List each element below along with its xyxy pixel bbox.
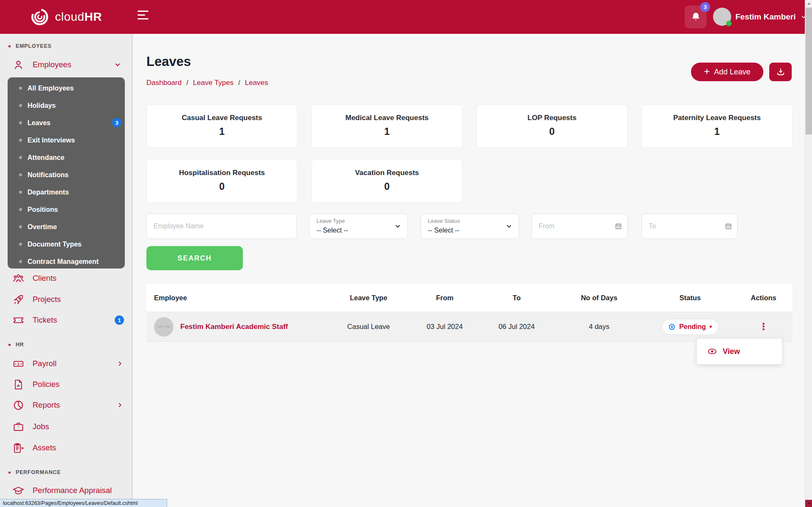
bullet-icon — [19, 260, 22, 263]
sidebar-item-performance-appraisal[interactable]: Performance Appraisal — [0, 480, 132, 501]
stat-card-casual: Casual Leave Requests1 — [146, 104, 297, 148]
brand-name: cloudHR — [55, 10, 102, 24]
table-header-days: No of Days — [553, 294, 646, 302]
breadcrumb-separator: / — [238, 79, 240, 87]
bell-icon — [690, 11, 702, 23]
sidebar-item-payroll[interactable]: 1 Payroll — [0, 353, 132, 374]
sidebar-item-reports[interactable]: Reports — [0, 395, 132, 416]
bullet-icon — [19, 208, 22, 211]
brand-logo[interactable]: cloudHR — [30, 8, 102, 26]
sidebar-item-label: Reports — [33, 400, 60, 410]
user-menu[interactable]: Festim Kamberi — [713, 8, 807, 26]
employee-name-field — [146, 214, 297, 239]
section-label-employees: EMPLOYEES — [8, 43, 52, 49]
notification-badge: 3 — [700, 2, 710, 12]
submenu-item-notifications[interactable]: Notifications — [8, 166, 125, 184]
sidebar-item-tickets[interactable]: Tickets 1 — [0, 310, 132, 331]
submenu-item-departments[interactable]: Departments — [8, 184, 125, 201]
stat-card-value: 0 — [477, 126, 627, 137]
hamburger-menu-icon[interactable] — [138, 11, 149, 20]
table-header-from: From — [409, 294, 481, 302]
header-bar: cloudHR 3 Festim Kamberi — [0, 0, 812, 34]
table-header-row: Employee Leave Type From To No of Days S… — [146, 284, 793, 312]
sidebar-item-label: Jobs — [33, 422, 49, 431]
stat-card-value: 1 — [642, 126, 792, 137]
user-name: Festim Kamberi — [735, 12, 796, 22]
clipboard-icon — [13, 442, 24, 454]
table-header-leave-type: Leave Type — [328, 294, 409, 302]
breadcrumb-link-leave-types[interactable]: Leave Types — [193, 79, 234, 87]
select-label: Leave Type — [317, 218, 345, 224]
calendar-icon[interactable] — [615, 223, 622, 230]
status-dropdown-button[interactable]: Pending ▾ — [662, 319, 718, 335]
graduation-cap-icon — [13, 485, 24, 496]
submenu-item-document-types[interactable]: Document Types — [8, 236, 125, 253]
row-employee-link[interactable]: Festim Kamberi Academic Staff — [180, 323, 288, 331]
stat-card-value: 1 — [147, 126, 297, 137]
breadcrumb-separator: / — [186, 79, 188, 87]
clients-group-icon — [13, 273, 24, 284]
breadcrumb-link-dashboard[interactable]: Dashboard — [146, 79, 182, 87]
rocket-icon — [13, 294, 24, 305]
online-dot — [726, 21, 732, 26]
stat-card-value: 1 — [312, 126, 462, 137]
to-date-field — [641, 214, 738, 239]
submenu-item-attendance[interactable]: Attendance — [8, 149, 125, 166]
stat-card-medical: Medical Leave Requests1 — [311, 104, 462, 148]
sidebar-item-projects[interactable]: Projects — [0, 289, 132, 310]
submenu-item-leaves[interactable]: Leaves3 — [8, 114, 125, 132]
employees-submenu-panel: All Employees Holidays Leaves3 Exit Inte… — [8, 77, 125, 269]
notification-button[interactable]: 3 — [685, 5, 707, 28]
search-button[interactable]: SEARCH — [146, 246, 243, 270]
sidebar-item-label: Policies — [33, 380, 60, 389]
scroll-thumb[interactable] — [806, 8, 812, 134]
submenu-item-overtime[interactable]: Overtime — [8, 218, 125, 236]
submenu-item-positions[interactable]: Positions — [8, 201, 125, 218]
add-leave-button[interactable]: + Add Leave — [691, 63, 763, 81]
sidebar-item-jobs[interactable]: Jobs — [0, 416, 132, 437]
download-icon — [776, 67, 785, 77]
to-date-input[interactable] — [642, 214, 737, 238]
submenu-item-exit-interviews[interactable]: Exit Interviews — [8, 132, 125, 149]
bullet-icon — [19, 173, 22, 176]
chevron-right-icon — [116, 360, 123, 367]
row-action-menu: View — [696, 338, 782, 364]
row-actions-kebab-button[interactable]: ⋮ — [759, 321, 768, 332]
bullet-icon — [19, 225, 22, 228]
vertical-scrollbar[interactable] — [805, 0, 812, 507]
status-dot-icon — [668, 323, 676, 331]
bullet-icon — [19, 243, 22, 246]
scroll-down-button[interactable] — [805, 500, 812, 507]
leave-status-select[interactable]: Leave Status -- Select -- — [421, 214, 519, 239]
section-label-performance: PERFORMANCE — [8, 469, 61, 475]
select-value: -- Select -- — [317, 227, 348, 234]
download-button[interactable] — [769, 63, 792, 81]
stat-card-value: 0 — [312, 181, 462, 192]
scroll-up-button[interactable] — [805, 0, 812, 7]
table-header-to: To — [481, 294, 553, 302]
submenu-item-all-employees[interactable]: All Employees — [8, 79, 125, 97]
table-header-employee: Employee — [146, 294, 328, 302]
sidebar-item-policies[interactable]: Policies — [0, 374, 132, 395]
sidebar: EMPLOYEES Employees All Employees Holida… — [0, 34, 132, 507]
sidebar-item-label: Clients — [33, 274, 57, 283]
bullet-icon — [19, 121, 22, 124]
sidebar-item-employees[interactable]: Employees — [0, 54, 132, 75]
chevron-down-icon — [505, 222, 513, 230]
sidebar-item-assets[interactable]: Assets — [0, 437, 132, 458]
bullet-icon — [19, 191, 22, 194]
calendar-icon[interactable] — [725, 223, 732, 230]
submenu-item-holidays[interactable]: Holidays — [8, 97, 125, 114]
employee-name-input[interactable] — [147, 214, 296, 238]
leave-type-select[interactable]: Leave Type -- Select -- — [309, 214, 408, 239]
from-date-input[interactable] — [532, 214, 627, 238]
sidebar-item-label: Employees — [33, 60, 72, 69]
sidebar-item-clients[interactable]: Clients — [0, 268, 132, 289]
sidebar-item-label: Projects — [33, 295, 61, 304]
stat-card-hospitalisation: Hospitalisation Requests0 — [146, 159, 297, 203]
banknote-icon: 1 — [13, 358, 24, 370]
row-avatar: 300 x 300 — [154, 317, 173, 337]
stat-card-label: Medical Leave Requests — [312, 114, 462, 122]
action-menu-view[interactable]: View — [723, 347, 740, 356]
status-badge: Pending — [679, 323, 706, 331]
